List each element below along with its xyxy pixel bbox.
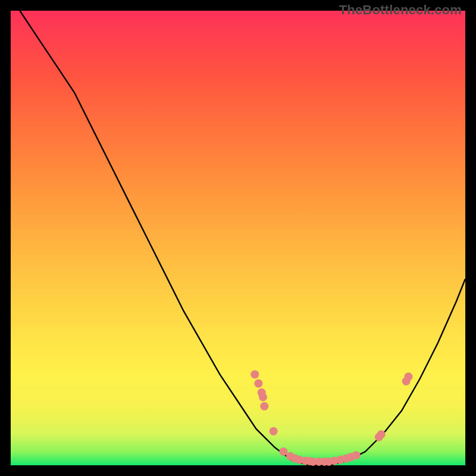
data-point — [260, 402, 268, 411]
data-points-group — [250, 370, 412, 466]
watermark-text: TheBottleneck.com — [339, 2, 462, 18]
chart-frame — [11, 11, 465, 465]
data-point — [279, 447, 287, 456]
data-point — [254, 380, 262, 388]
data-point — [352, 451, 361, 459]
data-point — [259, 393, 267, 401]
chart-svg — [11, 11, 465, 465]
bottleneck-curve — [20, 11, 465, 465]
data-point — [270, 427, 278, 436]
data-point — [250, 370, 259, 378]
data-point — [377, 430, 386, 439]
data-point — [405, 372, 413, 381]
